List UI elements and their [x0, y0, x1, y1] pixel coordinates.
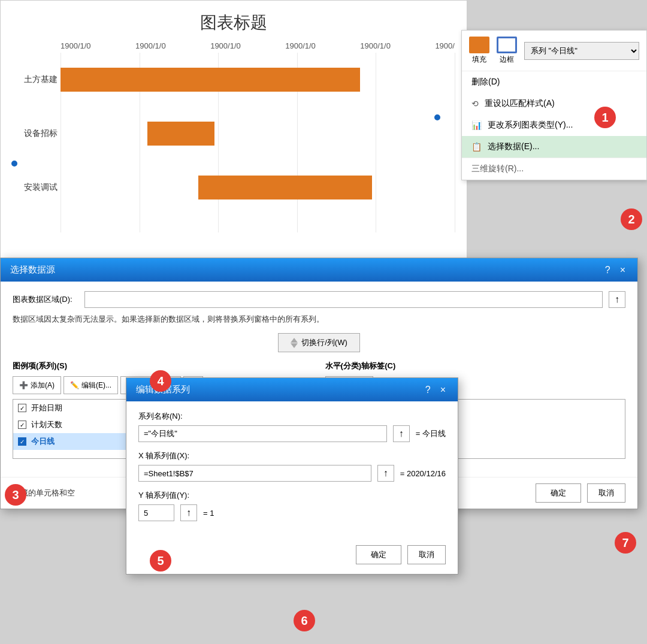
gantt-bar-1 — [61, 68, 360, 92]
date-label-1: 1900/1/0 — [61, 41, 91, 50]
editseries-x-upload-btn[interactable]: ↑ — [377, 465, 394, 482]
datasource-cancel-btn[interactable]: 取消 — [587, 483, 625, 503]
switch-btn-label: 切换行/列(W) — [301, 337, 347, 348]
editseries-body: 系列名称(N): ↑ = 今日线 X 轴系列值(X): ↑ = 2020/12/… — [126, 401, 458, 539]
datasource-ok-btn[interactable]: 确定 — [536, 483, 581, 503]
editseries-title-bar: 编辑数据系列 ? × — [126, 378, 458, 401]
chart-label-3: 安装调试 — [1, 182, 58, 193]
border-icon — [497, 37, 517, 53]
legend-item-2-label: 计划天数 — [31, 419, 62, 430]
datasource-footer-buttons: 确定 取消 — [536, 483, 625, 503]
badge-6: 6 — [294, 610, 315, 631]
chart-label-2: 设备招标 — [1, 128, 58, 139]
reset-icon: ⟲ — [471, 99, 479, 108]
edit-icon: ✏️ — [70, 381, 79, 389]
chart-title: 图表标题 — [1, 1, 467, 39]
chart-row-3: 安装调试 — [61, 161, 455, 214]
editseries-title-controls: ? × — [423, 385, 448, 395]
legend-section-label: 图例项(系列)(S) — [13, 361, 313, 371]
datasource-title: 选择数据源 — [10, 264, 55, 276]
gantt-bar-3 — [198, 176, 372, 199]
badge-5: 5 — [150, 550, 171, 572]
datasource-range-label: 图表数据区域(D): — [13, 294, 78, 305]
editseries-name-equals: = 今日线 — [416, 428, 446, 439]
axis-section-label: 水平(分类)轴标签(C) — [325, 361, 626, 371]
editseries-name-row: ↑ = 今日线 — [138, 425, 446, 442]
menu-item-selectdata-label: 选择数据(E)... — [488, 141, 539, 152]
chart-row-2: 设备招标 — [61, 107, 455, 161]
legend-checkbox-1[interactable] — [18, 404, 26, 412]
legend-checkbox-3[interactable] — [18, 437, 26, 446]
date-label-3: 1900/1/0 — [210, 41, 241, 50]
editseries-x-input[interactable] — [138, 465, 371, 482]
datasource-range-row: 图表数据区域(D): ↑ — [13, 291, 625, 308]
menu-item-delete-label: 删除(D) — [471, 77, 500, 87]
editseries-name-input[interactable] — [138, 425, 387, 442]
datasource-help-btn[interactable]: ? — [603, 265, 613, 276]
editseries-y-equals: = 1 — [203, 509, 214, 518]
gantt-bar-2 — [147, 122, 214, 146]
legend-add-btn[interactable]: ➕ 添加(A) — [13, 376, 61, 394]
editseries-help-btn[interactable]: ? — [423, 385, 433, 395]
datasource-range-upload-btn[interactable]: ↑ — [609, 291, 625, 308]
right-panel: 填充 边框 系列 "今日线" 删除(D) ⟲ 重设以匹配样式(A) 📊 更改系列… — [461, 30, 647, 180]
editseries-close-btn[interactable]: × — [438, 385, 448, 395]
datasource-range-input[interactable] — [84, 291, 603, 308]
date-label-2: 1900/1/0 — [135, 41, 166, 50]
menu-item-reset-label: 重设以匹配样式(A) — [485, 98, 555, 109]
datasource-note: 数据区域因太复杂而无法显示。如果选择新的数据区域，则将替换系列窗格中的所有系列。 — [13, 314, 625, 325]
fill-label: 填充 — [472, 55, 486, 65]
legend-edit-label: 编辑(E)... — [81, 380, 111, 391]
chart-dates: 1900/1/0 1900/1/0 1900/1/0 1900/1/0 1900… — [61, 39, 455, 53]
editseries-y-row: ↑ = 1 — [138, 504, 446, 521]
editseries-name-upload-btn[interactable]: ↑ — [393, 425, 410, 442]
menu-item-changetype-label: 更改系列图表类型(Y)... — [488, 120, 573, 131]
editseries-x-label: X 轴系列值(X): — [138, 451, 446, 461]
legend-add-label: 添加(A) — [31, 380, 55, 391]
border-label: 边框 — [500, 55, 514, 65]
badge-4: 4 — [150, 370, 171, 392]
date-label-5: 1900/1/0 — [360, 41, 391, 50]
badge-3: 3 — [5, 484, 26, 506]
chart-handle[interactable] — [433, 113, 442, 122]
badge-2: 2 — [621, 208, 642, 230]
series-dropdown[interactable]: 系列 "今日线" — [524, 42, 639, 60]
dialog-editseries: 编辑数据系列 ? × 系列名称(N): ↑ = 今日线 X 轴系列值(X): ↑… — [126, 377, 458, 575]
menu-item-reset[interactable]: ⟲ 重设以匹配样式(A) — [462, 93, 646, 114]
datasource-switch-btn[interactable]: 切换行/列(W) — [278, 333, 360, 352]
badge-7: 7 — [615, 532, 636, 554]
fill-color-icon — [469, 37, 489, 53]
badge-1: 1 — [594, 107, 616, 128]
menu-item-select-data[interactable]: 📋 选择数据(E)... — [462, 136, 646, 158]
editseries-ok-btn[interactable]: 确定 — [356, 545, 401, 564]
menu-item-delete[interactable]: 删除(D) — [462, 71, 646, 93]
chart-body: 土方基建 设备招标 安装调试 — [61, 53, 455, 232]
legend-edit-btn[interactable]: ✏️ 编辑(E)... — [64, 376, 118, 394]
legend-checkbox-2[interactable] — [18, 421, 26, 429]
editseries-cancel-btn[interactable]: 取消 — [407, 545, 446, 564]
chart-handle-left[interactable] — [10, 159, 19, 168]
panel-toolbar: 填充 边框 系列 "今日线" — [462, 31, 646, 71]
editseries-y-upload-btn[interactable]: ↑ — [180, 504, 197, 521]
editseries-x-equals: = 2020/12/16 — [400, 469, 446, 478]
datasource-title-controls: ? × — [603, 265, 628, 276]
chart-row-1: 土方基建 — [61, 53, 455, 107]
chart-area: 图表标题 1900/1/0 1900/1/0 1900/1/0 1900/1/0… — [0, 0, 467, 264]
editseries-name-label: 系列名称(N): — [138, 411, 446, 422]
chart-type-icon: 📊 — [471, 120, 482, 130]
context-menu: 删除(D) ⟲ 重设以匹配样式(A) 📊 更改系列图表类型(Y)... 📋 选择… — [462, 71, 646, 180]
border-button[interactable]: 边框 — [497, 37, 517, 65]
datasource-title-bar: 选择数据源 ? × — [1, 258, 637, 282]
menu-item-3d[interactable]: 三维旋转(R)... — [462, 158, 646, 180]
editseries-y-input[interactable] — [138, 504, 174, 521]
datasource-switch-row: 切换行/列(W) — [13, 333, 625, 352]
chart-label-1: 土方基建 — [1, 74, 58, 85]
switch-icon — [291, 338, 298, 348]
select-data-icon: 📋 — [471, 142, 482, 152]
datasource-close-btn[interactable]: × — [618, 265, 628, 276]
menu-item-change-type[interactable]: 📊 更改系列图表类型(Y)... — [462, 114, 646, 136]
legend-item-1-label: 开始日期 — [31, 403, 62, 413]
fill-button[interactable]: 填充 — [469, 37, 489, 65]
legend-item-3-label: 今日线 — [31, 436, 55, 447]
editseries-footer: 确定 取消 — [126, 539, 458, 574]
